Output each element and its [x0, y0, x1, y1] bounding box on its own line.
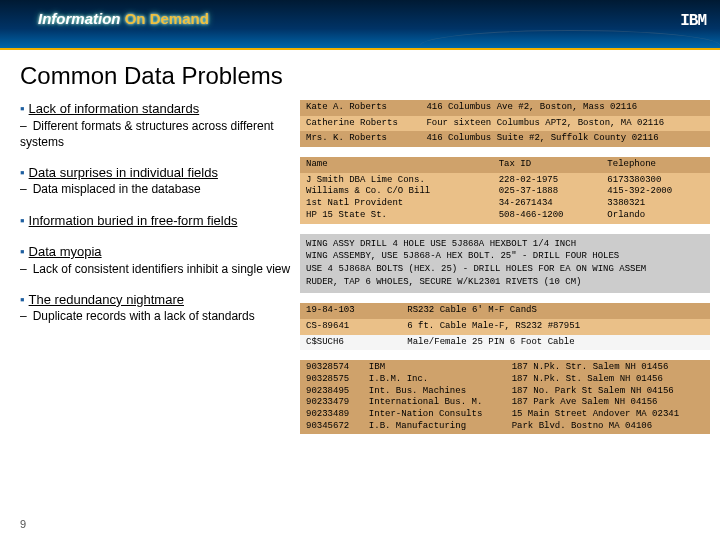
sub-list: Data misplaced in the database: [20, 181, 300, 197]
brand-word-a: Information: [38, 10, 121, 27]
example-surprises: NameTax IDTelephoneJ Smith DBA Lime Cons…: [300, 157, 710, 223]
table-row: Mrs. K. Roberts416 Columbus Suite #2, Su…: [300, 131, 710, 147]
sub-list: Duplicate records with a lack of standar…: [20, 308, 300, 324]
sub-item: Data misplaced in the database: [20, 181, 300, 197]
cell: 6173380300415-392-20003380321Orlando: [601, 173, 710, 224]
bullet-item: ▪Lack of information standardsDifferent …: [20, 100, 300, 150]
example-freeform: WING ASSY DRILL 4 HOLE USE 5J868A HEXBOL…: [300, 234, 710, 294]
cell: 9032857490328575902384959023347990233489…: [300, 360, 363, 434]
table-row: Kate A. Roberts416 Columbus Ave #2, Bost…: [300, 100, 710, 116]
table-header-row: NameTax IDTelephone: [300, 157, 710, 173]
square-bullet-icon: ▪: [20, 244, 25, 259]
slide-body: ▪Lack of information standardsDifferent …: [0, 100, 720, 444]
cell: RS232 Cable 6' M-F CandS: [401, 303, 710, 319]
cell: C$SUCH6: [300, 335, 401, 351]
cell: Four sixteen Columbus APT2, Boston, MA 0…: [420, 116, 710, 132]
cell: IBMI.B.M. Inc.Int. Bus. MachinesInternat…: [363, 360, 506, 434]
slide-header: Information On Demand IBM: [0, 0, 720, 50]
bullet-heading: Data myopia: [29, 244, 102, 259]
cell: 187 N.Pk. Str. Salem NH 01456187 N.Pk. S…: [506, 360, 710, 434]
table-row: J Smith DBA Lime Cons.Williams & Co. C/O…: [300, 173, 710, 224]
cell: Kate A. Roberts: [300, 100, 420, 116]
cell: J Smith DBA Lime Cons.Williams & Co. C/O…: [300, 173, 493, 224]
freeform-line: RUDER, TAP 6 WHOLES, SECURE W/KL2301 RIV…: [306, 277, 704, 289]
cell: 6 ft. Cable Male-F, RS232 #87951: [401, 319, 710, 335]
sub-list: Different formats & structures across di…: [20, 118, 300, 150]
square-bullet-icon: ▪: [20, 165, 25, 180]
example-redundancy: 9032857490328575902384959023347990233489…: [300, 360, 710, 434]
bullet-item: ▪Data surprises in individual fieldsData…: [20, 164, 300, 198]
square-bullet-icon: ▪: [20, 101, 25, 116]
bullet-heading: Lack of information standards: [29, 101, 200, 116]
cell: Catherine Roberts: [300, 116, 420, 132]
column-header: Tax ID: [493, 157, 602, 173]
cell: 228-02-1975025-37-188834-2671434508-466-…: [493, 173, 602, 224]
cell: Mrs. K. Roberts: [300, 131, 420, 147]
bullet-item: ▪Information buried in free-form fields: [20, 212, 300, 230]
sub-item: Lack of consistent identifiers inhibit a…: [20, 261, 300, 277]
cell: Male/Female 25 PIN 6 Foot Cable: [401, 335, 710, 351]
table-row: Catherine RobertsFour sixteen Columbus A…: [300, 116, 710, 132]
cell: CS-89641: [300, 319, 401, 335]
bullet-column: ▪Lack of information standardsDifferent …: [20, 100, 300, 444]
page-number: 9: [20, 518, 26, 530]
square-bullet-icon: ▪: [20, 292, 25, 307]
cell: 19-84-103: [300, 303, 401, 319]
brand-word-b: On Demand: [125, 10, 209, 27]
example-myopia: 19-84-103RS232 Cable 6' M-F CandSCS-8964…: [300, 303, 710, 350]
example-standards: Kate A. Roberts416 Columbus Ave #2, Bost…: [300, 100, 710, 147]
brand-title: Information On Demand: [38, 10, 209, 27]
freeform-line: WING ASSY DRILL 4 HOLE USE 5J868A HEXBOL…: [306, 239, 704, 251]
table-row: 9032857490328575902384959023347990233489…: [300, 360, 710, 434]
table-row: 19-84-103RS232 Cable 6' M-F CandS: [300, 303, 710, 319]
bullet-item: ▪The redundancy nightmareDuplicate recor…: [20, 291, 300, 325]
sub-list: Lack of consistent identifiers inhibit a…: [20, 261, 300, 277]
square-bullet-icon: ▪: [20, 213, 25, 228]
freeform-line: WING ASSEMBY, USE 5J868-A HEX BOLT. 25" …: [306, 251, 704, 263]
examples-column: Kate A. Roberts416 Columbus Ave #2, Bost…: [300, 100, 710, 444]
sub-item: Different formats & structures across di…: [20, 118, 300, 150]
bullet-heading: Data surprises in individual fields: [29, 165, 218, 180]
bullet-item: ▪Data myopiaLack of consistent identifie…: [20, 243, 300, 277]
column-header: Name: [300, 157, 493, 173]
ibm-logo: IBM: [680, 12, 706, 30]
swoosh-decoration: [420, 30, 720, 61]
freeform-line: USE 4 5J868A BOLTS (HEX. 25) - DRILL HOL…: [306, 264, 704, 276]
cell: 416 Columbus Suite #2, Suffolk County 02…: [420, 131, 710, 147]
bullet-heading: The redundancy nightmare: [29, 292, 184, 307]
cell: 416 Columbus Ave #2, Boston, Mass 02116: [420, 100, 710, 116]
column-header: Telephone: [601, 157, 710, 173]
table-row: C$SUCH6Male/Female 25 PIN 6 Foot Cable: [300, 335, 710, 351]
sub-item: Duplicate records with a lack of standar…: [20, 308, 300, 324]
table-row: CS-896416 ft. Cable Male-F, RS232 #87951: [300, 319, 710, 335]
bullet-heading: Information buried in free-form fields: [29, 213, 238, 228]
